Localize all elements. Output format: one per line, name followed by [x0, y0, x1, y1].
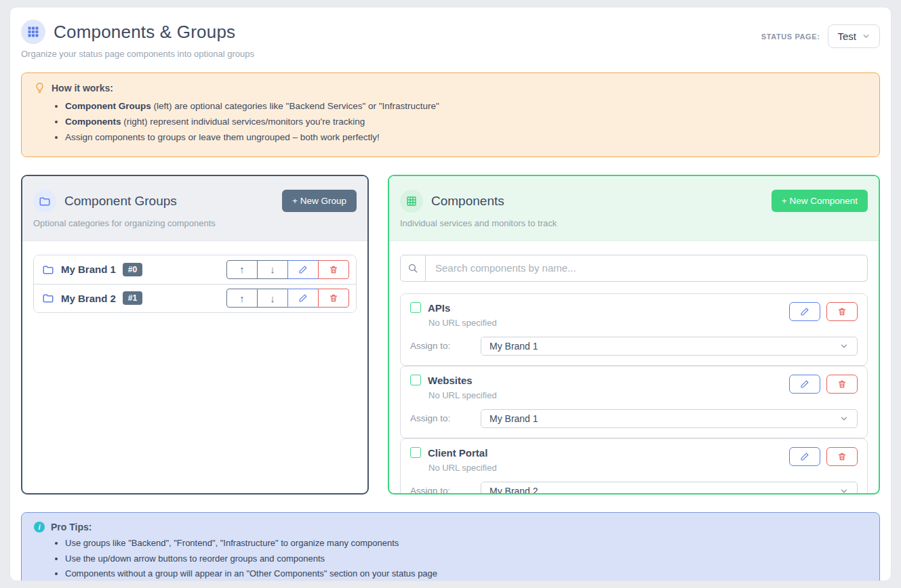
- how-it-works-list: Component Groups (left) are optional cat…: [65, 98, 867, 146]
- assign-group-select[interactable]: My Brand 1: [481, 337, 858, 356]
- trash-icon: [837, 452, 847, 461]
- pro-tips-bullet: Use the up/down arrow buttons to reorder…: [65, 553, 867, 566]
- component-url-text: No URL specified: [428, 390, 497, 400]
- pencil-icon: [800, 379, 809, 389]
- component-checkbox[interactable]: [410, 302, 421, 313]
- assigned-group-value: My Brand 1: [489, 341, 538, 352]
- edit-component-button[interactable]: [789, 447, 820, 466]
- group-order-badge: #1: [123, 291, 142, 305]
- components-panel-title: Components: [431, 194, 504, 209]
- search-components-input[interactable]: [426, 255, 868, 282]
- pencil-icon: [800, 452, 809, 461]
- pro-tips-title: Pro Tips:: [51, 522, 92, 532]
- pencil-icon: [298, 265, 308, 274]
- how-it-works-bullet: Assign components to groups or leave the…: [65, 129, 867, 145]
- how-it-works-callout: How it works: Component Groups (left) ar…: [21, 72, 880, 157]
- edit-component-button[interactable]: [789, 375, 820, 394]
- delete-group-button[interactable]: [318, 260, 349, 279]
- assigned-group-value: My Brand 1: [489, 413, 538, 424]
- trash-icon: [837, 379, 847, 389]
- pro-tips-bullet: Components without a group will appear i…: [65, 568, 867, 581]
- group-name: My Brand 1: [61, 264, 116, 275]
- delete-component-button[interactable]: [826, 302, 858, 321]
- component-name: Client Portal: [428, 447, 487, 459]
- chevron-down-icon: [839, 486, 849, 495]
- page-header: Components & Groups Organize your status…: [21, 20, 880, 59]
- assign-to-label: Assign to:: [410, 341, 481, 351]
- component-url-text: No URL specified: [428, 463, 497, 473]
- groups-panel-subtitle: Optional categories for organizing compo…: [33, 218, 357, 228]
- how-it-works-bullet: Component Groups (left) are optional cat…: [65, 98, 867, 114]
- move-down-button[interactable]: ↓: [257, 289, 288, 308]
- component-search: [400, 255, 868, 282]
- group-actions: ↑ ↓: [226, 260, 349, 279]
- edit-group-button[interactable]: [287, 260, 319, 279]
- components-panel: Components + New Component Individual se…: [388, 175, 880, 495]
- trash-icon: [329, 265, 338, 274]
- trash-icon: [329, 293, 338, 303]
- page-subtitle: Organize your status page components int…: [21, 49, 254, 59]
- component-checkbox[interactable]: [410, 447, 421, 458]
- group-row: My Brand 2 #1 ↑ ↓: [34, 284, 356, 312]
- new-group-button[interactable]: + New Group: [282, 190, 357, 212]
- component-name: Websites: [428, 375, 473, 386]
- move-up-button[interactable]: ↑: [226, 260, 258, 279]
- components-grid-icon: [21, 20, 45, 44]
- info-icon: i: [34, 522, 45, 532]
- component-name: APIs: [428, 302, 450, 314]
- component-url-text: No URL specified: [428, 318, 497, 328]
- component-card: Client Portal No URL specified: [400, 438, 868, 495]
- components-panel-subtitle: Individual services and monitors to trac…: [400, 218, 868, 228]
- component-card: Websites No URL specified: [400, 366, 868, 438]
- assign-to-label: Assign to:: [410, 486, 481, 495]
- group-name: My Brand 2: [61, 293, 116, 304]
- assign-to-label: Assign to:: [410, 413, 481, 423]
- group-actions: ↑ ↓: [226, 289, 349, 308]
- move-up-button[interactable]: ↑: [226, 289, 258, 308]
- pro-tips-bullet: Use groups like "Backend", "Frontend", "…: [65, 537, 867, 550]
- assign-group-select[interactable]: My Brand 1: [481, 409, 858, 428]
- folder-icon: [42, 292, 54, 304]
- folder-icon: [33, 190, 56, 213]
- folder-icon: [42, 264, 54, 276]
- how-it-works-bullet: Components (right) represent individual …: [65, 114, 867, 129]
- component-checkbox[interactable]: [410, 375, 421, 385]
- assign-group-select[interactable]: My Brand 2: [481, 482, 858, 495]
- pro-tips-list: Use groups like "Backend", "Frontend", "…: [65, 537, 867, 581]
- trash-icon: [837, 307, 847, 316]
- assigned-group-value: My Brand 2: [489, 486, 538, 495]
- chevron-down-icon: [839, 414, 849, 423]
- new-component-button[interactable]: + New Component: [772, 190, 868, 212]
- chevron-down-icon: [862, 32, 870, 41]
- edit-component-button[interactable]: [789, 302, 820, 321]
- component-groups-panel: Component Groups + New Group Optional ca…: [21, 175, 369, 495]
- pencil-icon: [298, 293, 308, 303]
- delete-component-button[interactable]: [826, 375, 858, 394]
- group-order-badge: #0: [123, 263, 142, 276]
- component-card: APIs No URL specified: [400, 293, 868, 366]
- group-list: My Brand 1 #0 ↑ ↓: [33, 255, 357, 313]
- pencil-icon: [800, 307, 809, 316]
- delete-group-button[interactable]: [318, 289, 349, 308]
- components-groups-page: Components & Groups Organize your status…: [9, 7, 892, 581]
- status-page-value: Test: [837, 30, 856, 42]
- page-title: Components & Groups: [54, 22, 235, 43]
- move-down-button[interactable]: ↓: [257, 260, 288, 279]
- table-grid-icon: [400, 190, 423, 213]
- status-page-label: STATUS PAGE:: [761, 33, 820, 41]
- edit-group-button[interactable]: [287, 289, 319, 308]
- search-icon: [400, 255, 426, 282]
- group-row: My Brand 1 #0 ↑ ↓: [34, 255, 356, 284]
- how-it-works-title: How it works:: [52, 83, 113, 93]
- groups-panel-title: Component Groups: [64, 194, 177, 209]
- lightbulb-icon: [34, 82, 45, 93]
- status-page-selector[interactable]: Test: [828, 24, 880, 48]
- pro-tips-callout: i Pro Tips: Use groups like "Backend", "…: [21, 512, 880, 581]
- chevron-down-icon: [839, 341, 849, 351]
- delete-component-button[interactable]: [826, 447, 858, 466]
